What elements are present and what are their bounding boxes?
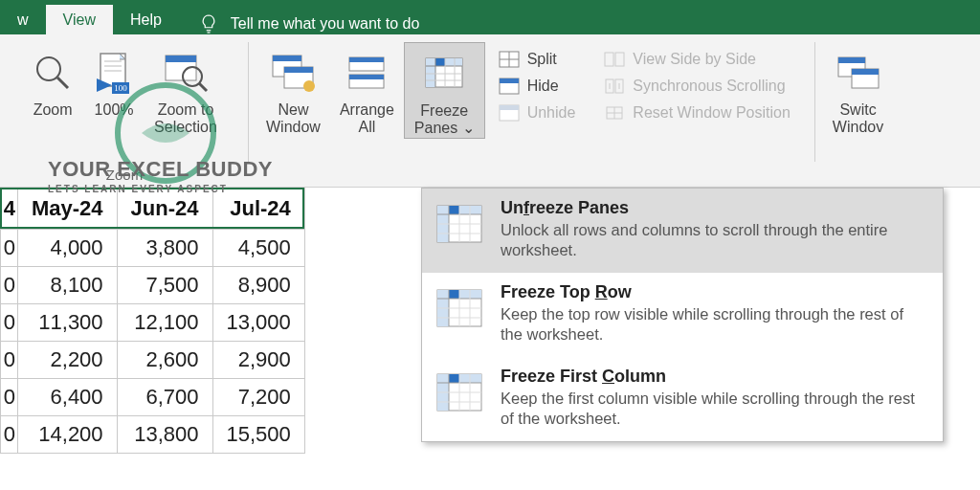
arrange-all-button[interactable]: Arrange All	[330, 42, 404, 139]
arrange-all-label: Arrange All	[340, 101, 394, 137]
cell[interactable]: 12,100	[117, 304, 212, 342]
cell[interactable]: 2,600	[117, 342, 212, 379]
cell[interactable]: 13,800	[117, 416, 212, 454]
svg-line-3	[57, 78, 68, 88]
svg-rect-41	[605, 53, 613, 66]
hide-icon	[499, 78, 520, 95]
dropdown-item-title: Freeze First Column	[501, 367, 925, 387]
ribbon: Zoom 100 100%	[0, 34, 980, 188]
cell[interactable]: 0	[1, 342, 18, 379]
cell[interactable]: 3,800	[117, 230, 212, 267]
tab-help[interactable]: Help	[113, 5, 179, 34]
switch-windows-icon	[835, 52, 882, 94]
group-zoom: Zoom 100 100%	[0, 34, 249, 187]
reset-window-position-button: Reset Window Position	[600, 101, 794, 124]
svg-point-19	[303, 80, 315, 92]
sync-scrolling-label: Synchronous Scrolling	[633, 78, 785, 95]
cell[interactable]: 6,400	[18, 379, 118, 416]
freeze-dropdown-item[interactable]: Freeze First ColumnKeep the first column…	[422, 357, 943, 441]
svg-rect-38	[500, 78, 519, 83]
column-header-partial[interactable]: 4	[1, 189, 18, 230]
svg-rect-47	[838, 57, 865, 63]
cell[interactable]: 8,100	[18, 267, 118, 304]
cell[interactable]: 15,500	[212, 416, 304, 454]
new-window-button[interactable]: New Window	[256, 42, 330, 139]
svg-rect-40	[500, 105, 519, 110]
cell[interactable]: 7,200	[212, 379, 304, 416]
zoom-selection-icon	[162, 50, 210, 96]
cell[interactable]: 2,900	[212, 342, 304, 379]
split-icon	[499, 51, 520, 68]
tab-view[interactable]: View	[46, 5, 113, 34]
zoom-label: Zoom	[33, 101, 73, 119]
cell[interactable]: 4,000	[18, 230, 118, 267]
reset-position-icon	[604, 104, 625, 122]
zoom-100-button[interactable]: 100 100%	[83, 42, 145, 137]
freeze-option-icon	[435, 202, 483, 246]
freeze-dropdown-item[interactable]: Unfreeze PanesUnlock all rows and column…	[422, 189, 943, 273]
cell[interactable]: 11,300	[18, 304, 118, 342]
switch-windows-label: Switc Windov	[833, 101, 883, 137]
freeze-panes-dropdown: Unfreeze PanesUnlock all rows and column…	[421, 188, 944, 442]
svg-rect-23	[349, 75, 384, 79]
unhide-button: Unhide	[495, 101, 580, 124]
cell[interactable]: 2,200	[18, 342, 118, 379]
cell[interactable]: 8,900	[212, 267, 304, 304]
column-header[interactable]: Jun-24	[117, 189, 212, 230]
new-window-label: New Window	[266, 101, 321, 137]
group-window-left: New Window Arrange All	[249, 34, 485, 187]
dropdown-item-desc: Keep the top row visible while scrolling…	[501, 304, 925, 345]
unhide-label: Unhide	[527, 104, 576, 122]
svg-rect-42	[615, 53, 624, 66]
group-window-right: View Side by Side Synchronous Scrolling …	[590, 34, 815, 187]
freeze-dropdown-item[interactable]: Freeze Top RowKeep the top row visible w…	[422, 273, 943, 357]
cell[interactable]: 0	[1, 379, 18, 416]
cell[interactable]: 7,500	[117, 267, 212, 304]
dropdown-item-desc: Unlock all rows and columns to scroll th…	[501, 220, 925, 261]
svg-rect-16	[273, 56, 301, 61]
zoom-to-selection-label: Zoom to Selection	[154, 101, 217, 137]
freeze-option-icon	[435, 370, 483, 414]
cell[interactable]: 0	[1, 230, 18, 267]
cell[interactable]: 0	[1, 304, 18, 342]
svg-rect-49	[852, 69, 879, 75]
cell[interactable]: 6,700	[117, 379, 212, 416]
freeze-option-icon	[435, 286, 483, 330]
hide-button[interactable]: Hide	[495, 75, 580, 98]
unhide-icon	[499, 104, 520, 122]
sync-scrolling-button: Synchronous Scrolling	[600, 75, 794, 98]
reset-window-position-label: Reset Window Position	[633, 104, 791, 122]
svg-text:100: 100	[114, 83, 127, 93]
column-header[interactable]: May-24	[18, 189, 118, 230]
cell[interactable]: 0	[1, 416, 18, 454]
group-switch-windows: Switc Windov	[815, 34, 893, 187]
tab-previous[interactable]: w	[0, 5, 46, 34]
column-header[interactable]: Jul-24	[212, 189, 304, 230]
cell[interactable]: 0	[1, 267, 18, 304]
cell[interactable]: 13,000	[212, 304, 304, 342]
view-side-by-side-button: View Side by Side	[600, 48, 794, 71]
svg-point-2	[37, 57, 60, 80]
zoom-button[interactable]: Zoom	[22, 42, 83, 137]
ribbon-tab-strip: w View Help Tell me what you want to do	[0, 0, 980, 34]
zoom-to-selection-button[interactable]: Zoom to Selection	[145, 42, 227, 137]
dropdown-item-title: Freeze Top Row	[501, 282, 925, 302]
freeze-panes-label: Freeze Panes ⌄	[414, 102, 475, 138]
magnifier-icon	[32, 52, 74, 94]
side-by-side-icon	[604, 51, 625, 68]
svg-rect-26	[426, 58, 435, 87]
dropdown-item-title: Unfreeze Panes	[501, 198, 925, 218]
svg-rect-12	[166, 56, 196, 62]
svg-rect-64	[449, 290, 459, 299]
cell[interactable]: 4,500	[212, 230, 304, 267]
switch-windows-button[interactable]: Switc Windov	[823, 42, 893, 137]
lightbulb-icon	[200, 13, 217, 34]
tell-me-search[interactable]: Tell me what you want to do	[179, 13, 419, 34]
cell[interactable]: 14,200	[18, 416, 118, 454]
svg-rect-18	[284, 67, 313, 73]
page-100-icon: 100	[93, 50, 135, 96]
svg-rect-27	[435, 58, 445, 66]
tell-me-label: Tell me what you want to do	[231, 15, 419, 33]
split-button[interactable]: Split	[495, 48, 580, 71]
freeze-panes-button[interactable]: Freeze Panes ⌄	[404, 42, 485, 139]
